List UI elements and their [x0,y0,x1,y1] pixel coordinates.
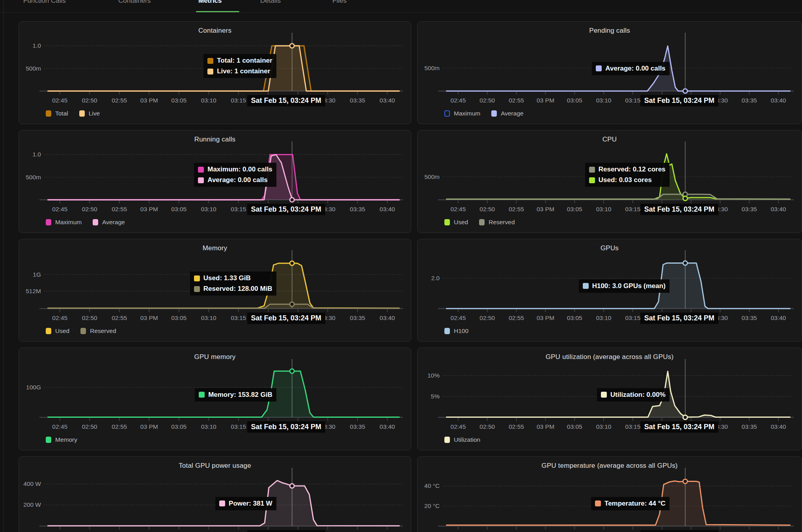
x-axis-tick-label: 03:05 [171,97,187,104]
chart-card-gpu-utilization-average-across-all-gpus: GPU utilization (average across all GPUs… [417,348,802,450]
chart-plot-area[interactable]: 100G02:4502:5002:5503 PM03:0503:1003:150… [19,348,411,450]
legend-item-average[interactable]: Average [491,110,523,117]
chart-card-running-calls: Running calls1.0500m02:4502:5002:5503 PM… [19,130,411,233]
crosshair-date-label: Sat Feb 15, 03:24 PM [247,95,325,106]
x-axis-tick-label: 03:05 [567,314,582,321]
chart-legend: TotalLive [46,110,100,117]
series-color-swatch [207,58,213,64]
legend-label: Total [55,110,68,117]
series-color-swatch [219,500,225,506]
tooltip-row: Average: 0.00 calls [198,176,272,184]
tab-function-calls[interactable]: Function Calls [23,0,66,5]
chart-card-total-gpu-power-usage: Total GPU power usage400 W200 W02:4502:5… [19,456,411,532]
series-color-swatch [596,65,602,71]
legend-item-live[interactable]: Live [79,110,100,117]
tooltip-value-text: Total: 1 container [217,57,272,65]
chart-legend: Memory [46,436,77,443]
x-axis-tick-label: 03:10 [596,423,612,430]
chart-card-pending-calls: Pending calls500m02:4502:5002:5503 PM03:… [417,21,802,124]
legend-item-average[interactable]: Average [93,219,125,226]
chart-plot-area[interactable]: 500m02:4502:5002:5503 PM03:0503:1003:150… [418,130,802,233]
x-axis-tick-label: 02:50 [82,423,97,430]
legend-label: Maximum [55,219,82,226]
x-axis-tick-label: 02:55 [112,423,127,430]
legend-color-swatch [491,110,497,117]
series-color-swatch [207,69,213,74]
x-axis-tick-label: 02:55 [509,423,524,430]
x-axis-tick-label: 03 PM [537,314,554,321]
legend-item-total[interactable]: Total [46,110,68,117]
legend-item-utilization[interactable]: Utilization [444,436,480,443]
hover-marker [683,261,687,265]
chart-plot-area[interactable]: 400 W200 W02:4502:5002:5503 PM03:0503:10… [19,457,411,532]
tab-containers[interactable]: Containers [118,0,151,5]
tab-metrics[interactable]: Metrics [198,0,222,5]
chart-plot-area[interactable]: 1G512M02:4502:5002:5503 PM03:0503:1003:1… [19,239,411,341]
x-axis-tick-label: 02:45 [451,97,466,104]
x-axis-tick-label: 03:05 [567,206,582,212]
x-axis-tick-label: 03:15 [625,97,641,104]
series-color-swatch [589,177,595,183]
tooltip-row: Live: 1 container [207,67,272,75]
legend-item-maximum[interactable]: Maximum [46,219,82,226]
legend-item-reserved[interactable]: Reserved [479,219,515,226]
tab-details[interactable]: Details [260,0,281,5]
y-axis-tick-label: 10% [427,372,440,379]
legend-item-maximum[interactable]: Maximum [444,110,480,117]
chart-plot-area[interactable]: 1.0500m02:4502:5002:5503 PM03:0503:1003:… [19,22,411,124]
hover-marker [290,44,294,48]
x-axis-tick-label: 02:55 [112,314,127,321]
legend-label: Used [55,327,69,335]
legend-color-swatch [444,219,450,225]
legend-item-reserved[interactable]: Reserved [80,327,116,335]
chart-plot-area[interactable]: 1.0500m02:4502:5002:5503 PM03:0503:1003:… [19,130,411,233]
tooltip-row: Maximum: 0.00 calls [198,166,272,173]
series-color-swatch [198,177,204,183]
x-axis-tick-label: 02:45 [451,314,466,321]
x-axis-tick-label: 03:05 [171,314,187,321]
x-axis-tick-label: 03:15 [625,423,641,430]
x-axis-tick-label: 02:50 [479,206,495,212]
legend-item-h100[interactable]: H100 [444,327,468,335]
x-axis-tick-label: 03 PM [537,423,554,430]
x-axis-tick-label: 03:15 [625,314,641,321]
legend-color-swatch [444,328,450,334]
chart-tooltip: Maximum: 0.00 callsAverage: 0.00 calls [194,163,276,187]
legend-item-used[interactable]: Used [444,219,468,226]
x-axis-tick-label: 02:55 [112,206,127,212]
legend-item-used[interactable]: Used [46,327,69,335]
tooltip-value-text: Power: 381 W [229,500,272,508]
y-axis-tick-label: 400 W [23,480,41,487]
tooltip-row: Power: 381 W [219,500,272,508]
x-axis-tick-label: 03:05 [567,97,582,104]
tooltip-value-text: Used: 0.03 cores [599,176,652,184]
legend-label: Used [454,219,468,226]
x-axis-tick-label: 03:35 [742,423,757,430]
tab-files[interactable]: Files [332,0,347,5]
y-axis-tick-label: 500m [424,173,440,180]
x-axis-tick-label: 03:15 [625,206,641,212]
crosshair-date-label: Sat Feb 15, 03:24 PM [247,421,325,433]
series-color-swatch [194,275,200,281]
chart-plot-area[interactable]: 10%5%02:4502:5002:5503 PM03:0503:1003:15… [418,348,802,450]
chart-plot-area[interactable]: 2.002:4502:5002:5503 PM03:0503:1003:1503… [418,239,802,341]
active-tab-indicator [196,11,239,12]
chart-plot-area[interactable]: 500m02:4502:5002:5503 PM03:0503:1003:150… [418,22,802,124]
chart-tooltip: Power: 381 W [215,497,276,510]
chart-plot-area[interactable]: 40 °C20 °C02:4502:5002:5503 PM03:0503:10… [418,457,802,532]
y-axis-tick-label: 100G [26,384,41,391]
chart-tooltip: Temperature: 44 °C [591,497,670,510]
chart-tooltip: Used: 1.33 GiBReserved: 128.00 MiB [190,272,276,296]
x-axis-tick-label: 03:15 [231,314,246,321]
tooltip-value-text: Reserved: 0.12 cores [599,166,666,173]
series-color-swatch [601,392,607,398]
series-color-swatch [194,286,200,292]
x-axis-tick-label: 03 PM [140,206,158,212]
x-axis-tick-label: 03:40 [380,97,395,104]
legend-item-memory[interactable]: Memory [46,436,77,443]
legend-color-swatch [80,328,86,334]
hover-marker [683,479,687,484]
x-axis-tick-label: 03:40 [771,314,786,321]
x-axis-tick-label: 02:45 [52,423,67,430]
y-axis-tick-label: 2.0 [431,275,440,281]
